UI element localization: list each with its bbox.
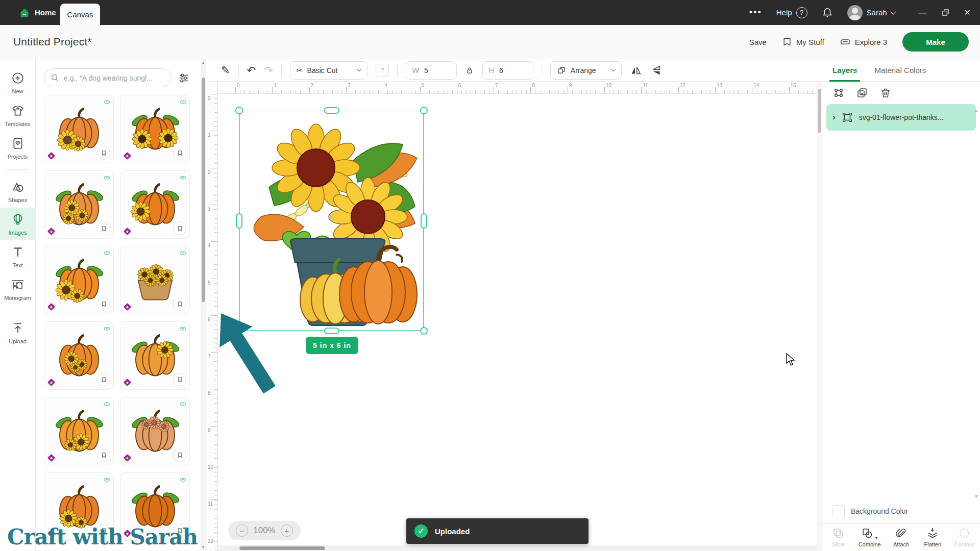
sidebar-item-text[interactable]: Text [0,240,36,273]
image-tile[interactable] [120,95,190,163]
selection-handle-bottom[interactable] [324,328,339,334]
layer-expand-chevron[interactable]: › [832,112,836,122]
sidebar-item-templates[interactable]: Templates [0,99,36,132]
layer-item[interactable]: › svg-01-flower-pot-thanks... [826,104,976,131]
delete-button[interactable] [879,87,892,99]
redo-button[interactable]: ↷ [264,65,273,76]
image-search-input[interactable] [64,74,163,82]
bookmark-button[interactable] [173,222,186,235]
image-tile[interactable] [120,170,190,239]
flatten-button[interactable]: Flatten [917,527,948,547]
ruler-tick-label: 12 [680,83,685,88]
machine-compatible-icon [104,324,110,334]
image-tile[interactable] [120,321,190,390]
image-tile[interactable] [44,397,114,465]
image-results-grid [44,95,198,541]
layers-scroll-up-icon[interactable]: ▲ [974,108,978,113]
filter-icon[interactable] [178,72,190,84]
ruler-tick-label: 15 [791,83,796,88]
bookmark-button[interactable] [173,146,186,160]
arrange-dropdown[interactable]: Arrange [550,61,622,80]
machine-selector[interactable]: Explore 3 [840,37,887,47]
selection-bounding-box[interactable]: + [239,111,424,331]
selection-resize-handle[interactable] [420,327,428,335]
action-label: Attach [893,541,909,547]
make-button[interactable]: Make [902,32,969,52]
sidebar-item-new[interactable]: New [0,66,36,99]
image-tile[interactable] [44,246,114,314]
attach-icon [895,527,907,540]
edit-pencil-icon[interactable]: ✎ [221,65,230,76]
save-button[interactable]: Save [749,38,767,46]
zoom-in-button[interactable]: + [281,524,293,537]
my-stuff-button[interactable]: My Stuff [782,37,824,47]
top-bar: Home Canvas ••• Help ? Sarah — ✕ [0,0,980,25]
sidebar-item-shapes[interactable]: Shapes [0,175,36,208]
tab-canvas[interactable]: Canvas [60,4,100,25]
image-tile[interactable] [44,170,114,239]
canvas-vertical-scrollbar[interactable] [817,82,822,551]
project-title: Untitled Project* [13,36,92,48]
tab-material-colors[interactable]: Material Colors [874,59,926,82]
selection-handle-left[interactable] [236,213,242,229]
window-close-button[interactable]: ✕ [964,8,971,17]
help-menu[interactable]: Help ? [776,7,807,18]
sidebar-item-projects[interactable]: Projects [0,132,36,164]
tab-home[interactable]: Home [19,8,56,18]
overflow-menu-icon[interactable]: ••• [749,7,762,18]
slice-button: Slice [822,527,854,547]
lock-aspect-icon[interactable] [465,65,474,76]
sidebar-item-upload[interactable]: Upload [0,316,36,349]
bookmark-button[interactable] [173,297,186,311]
zoom-out-button[interactable]: − [236,524,248,537]
selection-handle-top-right[interactable] [420,107,428,114]
selection-handle-right[interactable] [421,213,427,229]
home-icon [19,8,30,18]
selection-handle-top-left[interactable] [235,107,243,114]
zoom-level: 100% [253,525,275,536]
sidebar-item-images[interactable]: Images [0,208,36,240]
bookmark-button[interactable] [97,146,110,160]
width-field[interactable]: W 5 [406,61,457,80]
gallery-scrollbar[interactable]: ▲ ▼ [201,59,206,551]
sidebar-item-monogram[interactable]: Monogram [0,273,36,306]
operation-help-button[interactable]: ? [376,64,389,77]
cricut-design-space-window: Home Canvas ••• Help ? Sarah — ✕ [0,0,980,551]
undo-button[interactable]: ↶ [247,65,256,76]
gallery-scrollbar-thumb[interactable] [202,78,205,302]
notifications-bell-icon[interactable] [822,7,833,18]
layers-scroll-down-icon[interactable]: ▼ [974,494,978,499]
ruler-tick-label: 4 [384,83,387,88]
image-search-box[interactable] [44,68,172,87]
flip-vertical-icon[interactable] [650,65,663,76]
bookmark-button[interactable] [97,297,110,311]
bookmark-button[interactable] [97,448,110,462]
flip-horizontal-icon[interactable] [630,65,642,76]
background-color-swatch[interactable] [832,505,845,517]
tab-layers[interactable]: Layers [832,59,857,82]
canvas-horizontal-scrollbar[interactable] [218,545,817,551]
machine-compatible-icon [180,324,186,334]
combine-button[interactable]: ▼Combine [854,527,886,547]
operation-dropdown[interactable]: ✂ Basic Cut [290,61,368,80]
bookmark-button[interactable] [173,373,186,386]
window-minimize-button[interactable]: — [919,8,927,17]
selection-handle-top[interactable] [324,107,339,114]
scroll-up-icon[interactable]: ▲ [201,61,206,65]
background-color-row[interactable]: Background Color [832,505,908,517]
scroll-down-icon[interactable]: ▼ [201,545,206,549]
duplicate-button[interactable] [856,87,868,99]
image-tile[interactable] [44,321,114,390]
templates-icon [11,104,24,118]
bookmark-button[interactable] [97,373,110,386]
user-menu[interactable]: Sarah [847,5,895,20]
bookmark-button[interactable] [97,222,110,235]
window-restore-button[interactable] [942,9,949,16]
attach-button[interactable]: Attach [886,527,917,547]
height-field[interactable]: H 6 [482,61,533,80]
group-button[interactable] [832,87,845,99]
image-tile[interactable] [120,397,190,465]
image-tile[interactable] [120,246,190,314]
image-tile[interactable] [44,95,114,163]
bookmark-button[interactable] [173,448,186,462]
